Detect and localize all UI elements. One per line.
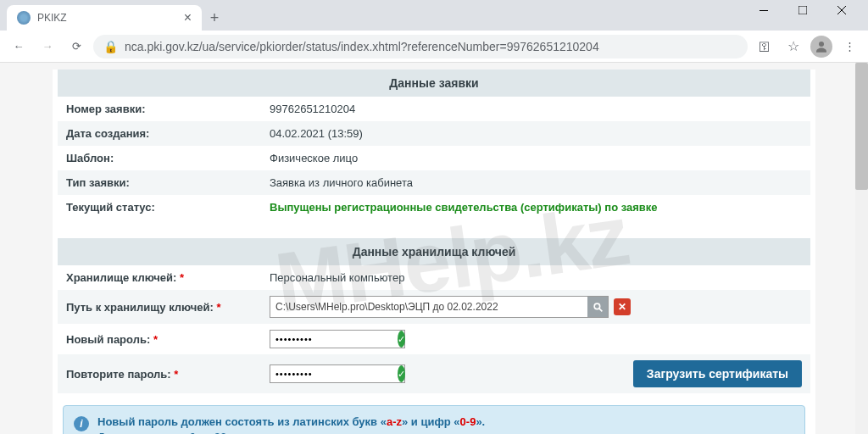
password-hint-box: i Новый пароль должен состоять из латинс…	[63, 405, 805, 434]
row-request-number: Номер заявки:99762651210204	[58, 97, 810, 121]
row-path: Путь к хранилищу ключей: * ✕	[58, 290, 810, 324]
menu-icon[interactable]: ⋮	[837, 35, 861, 58]
password-box: ✓	[270, 330, 405, 348]
back-button[interactable]: ←	[7, 35, 31, 58]
row-request-type: Тип заявки:Заявка из личного кабинета	[58, 170, 810, 195]
label: Путь к хранилищу ключей: *	[66, 301, 270, 314]
delete-path-button[interactable]: ✕	[614, 298, 631, 315]
lock-icon: 🔒	[103, 40, 118, 53]
favicon	[17, 11, 31, 25]
row-new-password: Новый пароль: * ✓	[58, 324, 810, 354]
url-text: nca.pki.gov.kz/ua/service/pkiorder/statu…	[125, 40, 599, 53]
label: Тип заявки:	[66, 176, 270, 189]
page-viewport: Данные заявки Номер заявки:9976265121020…	[0, 63, 868, 434]
repeat-password-input[interactable]	[270, 365, 398, 382]
info-icon: i	[74, 416, 89, 431]
path-input[interactable]	[270, 298, 587, 316]
address-bar: ← → ⟳ 🔒 nca.pki.gov.kz/ua/service/pkiord…	[0, 31, 868, 63]
label: Новый пароль: *	[66, 333, 270, 346]
svg-rect-0	[760, 10, 768, 11]
keystore-rows: Хранилище ключей: * Персональный компьют…	[58, 265, 810, 393]
minimize-button[interactable]	[744, 0, 783, 24]
new-tab-button[interactable]: +	[202, 5, 227, 31]
tab-bar: PKIKZ × +	[0, 0, 868, 31]
window-controls	[744, 0, 868, 25]
path-input-box	[270, 296, 609, 318]
maximize-button[interactable]	[783, 0, 822, 24]
tab-title: PKIKZ	[37, 12, 67, 24]
new-password-input[interactable]	[270, 331, 398, 348]
svg-line-6	[599, 309, 602, 311]
svg-rect-1	[798, 6, 807, 14]
bookmark-star-icon[interactable]: ☆	[782, 35, 805, 58]
section-header-request: Данные заявки	[58, 70, 810, 97]
svg-point-5	[594, 303, 600, 309]
page-content: Данные заявки Номер заявки:9976265121020…	[53, 70, 815, 434]
label: Дата создания:	[66, 127, 270, 140]
label: Шаблон:	[66, 152, 270, 164]
value-status: Выпущены регистрационные свидетельства (…	[270, 201, 802, 214]
row-template: Шаблон:Физическое лицо	[58, 146, 810, 170]
close-tab-icon[interactable]: ×	[184, 10, 192, 25]
load-certificates-button[interactable]: Загрузить сертификаты	[633, 360, 802, 387]
valid-check-icon: ✓	[398, 331, 405, 348]
value: 04.02.2021 (13:59)	[270, 127, 802, 140]
label: Повторите пароль: *	[66, 368, 270, 381]
close-window-button[interactable]	[822, 0, 861, 24]
value: Физическое лицо	[270, 152, 802, 164]
browse-icon[interactable]	[587, 297, 608, 317]
row-status: Текущий статус:Выпущены регистрационные …	[58, 195, 810, 220]
reload-button[interactable]: ⟳	[64, 35, 88, 58]
value: Заявка из личного кабинета	[270, 176, 802, 189]
forward-button[interactable]: →	[36, 35, 59, 58]
row-creation-date: Дата создания:04.02.2021 (13:59)	[58, 121, 810, 146]
row-keystore: Хранилище ключей: * Персональный компьют…	[58, 265, 810, 290]
password-key-icon[interactable]: ⚿	[753, 35, 776, 58]
scrollbar-thumb[interactable]	[855, 63, 868, 190]
request-rows: Номер заявки:99762651210204 Дата создани…	[58, 97, 810, 220]
password-box: ✓	[270, 364, 405, 383]
profile-avatar[interactable]	[810, 36, 832, 58]
url-field[interactable]: 🔒 nca.pki.gov.kz/ua/service/pkiorder/sta…	[93, 35, 748, 58]
hint-text: Новый пароль должен состоять из латински…	[97, 415, 485, 434]
browser-tab[interactable]: PKIKZ ×	[7, 5, 202, 31]
section-header-keystore: Данные хранилища ключей	[58, 238, 810, 265]
row-repeat-password: Повторите пароль: * ✓ Загрузить сертифик…	[58, 354, 810, 393]
svg-point-4	[819, 42, 824, 47]
value: 99762651210204	[270, 103, 802, 115]
label: Текущий статус:	[66, 201, 270, 214]
label: Хранилище ключей: *	[66, 271, 270, 284]
valid-check-icon: ✓	[398, 365, 405, 382]
label: Номер заявки:	[66, 103, 270, 115]
value: Персональный компьютер	[270, 271, 802, 284]
